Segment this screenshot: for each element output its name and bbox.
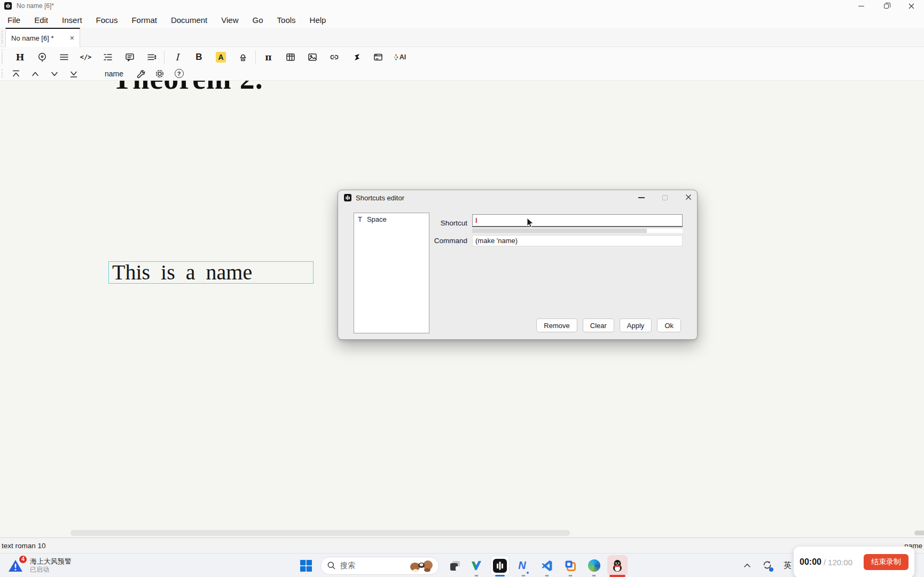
stop-recording-button[interactable]: 结束录制 xyxy=(864,554,909,570)
devtools-icon xyxy=(564,559,577,572)
structure-icon[interactable]: H xyxy=(9,49,31,65)
status-left: text roman 10 xyxy=(2,542,46,550)
menu-insert[interactable]: Insert xyxy=(62,15,82,25)
task-view-icon xyxy=(449,560,461,572)
jump-start-icon[interactable] xyxy=(6,67,26,80)
search-placeholder: 搜索 xyxy=(340,561,355,571)
shortcut-list-item[interactable]: T Space xyxy=(354,213,429,225)
app-logo-icon xyxy=(4,2,12,10)
dialog-minimize-button[interactable] xyxy=(638,197,645,198)
outline-icon[interactable] xyxy=(97,49,119,65)
menu-document[interactable]: Document xyxy=(171,15,207,25)
search-highlight-art xyxy=(408,558,435,574)
menu-help[interactable]: Help xyxy=(310,15,326,25)
texmacs-icon xyxy=(493,559,507,573)
list-style-icon[interactable] xyxy=(140,49,162,65)
settings-icon[interactable] xyxy=(150,67,169,80)
fold-icon[interactable] xyxy=(345,49,367,65)
taskbar-app-vscode[interactable] xyxy=(535,553,559,577)
wrench-icon[interactable] xyxy=(131,67,150,80)
image-icon[interactable] xyxy=(301,49,323,65)
taskbar-app-edge[interactable] xyxy=(582,553,606,577)
next-icon[interactable] xyxy=(45,67,64,80)
taskbar-app-texmacs[interactable] xyxy=(488,553,512,577)
math-icon[interactable]: π xyxy=(257,49,279,65)
shortcut-field-label: Shortcut xyxy=(429,219,467,227)
clear-button[interactable]: Clear xyxy=(583,318,614,332)
window-restore-button[interactable] xyxy=(874,0,899,12)
focused-text[interactable]: This is a name xyxy=(112,262,252,283)
horizontal-scrollbar[interactable] xyxy=(71,530,570,536)
search-icon xyxy=(327,562,335,570)
menu-tools[interactable]: Tools xyxy=(277,15,296,25)
dialog-maximize-button[interactable] xyxy=(662,195,668,200)
screen: No name [6]* File Edit Insert Focus Form… xyxy=(0,0,924,577)
tray-chevron-up-icon[interactable] xyxy=(743,563,751,568)
previous-icon[interactable] xyxy=(26,67,45,80)
help-icon[interactable]: ? xyxy=(169,67,189,80)
tab-close-icon[interactable]: × xyxy=(70,34,74,42)
ai-assistant-icon[interactable]: AI xyxy=(389,49,411,65)
netease-icon: N xyxy=(518,559,526,572)
focused-name-box[interactable]: This is a name xyxy=(108,261,314,284)
weather-title: 海上大风预警 xyxy=(30,557,72,566)
taskbar-search[interactable]: 搜索 xyxy=(320,557,439,575)
bold-icon[interactable]: B xyxy=(188,49,210,65)
task-view-button[interactable] xyxy=(445,560,465,572)
command-input[interactable]: (make 'name) xyxy=(472,235,683,246)
jump-end-icon[interactable] xyxy=(64,67,83,80)
table-icon[interactable] xyxy=(279,49,301,65)
taskbar-app-devtools[interactable] xyxy=(559,553,582,577)
tab-document[interactable]: No name [6] * × xyxy=(5,28,80,47)
weather-badge: 4 xyxy=(19,555,27,564)
apply-button[interactable]: Apply xyxy=(620,318,652,332)
windows-logo-icon xyxy=(300,559,312,572)
menu-file[interactable]: File xyxy=(7,15,20,25)
dialog-close-button[interactable] xyxy=(685,193,692,202)
focus-pin-icon[interactable] xyxy=(31,49,53,65)
shortcuts-editor-dialog: Shortcuts editor T Space Shortcut I Comm… xyxy=(338,190,698,340)
window-title: No name [6]* xyxy=(17,2,54,10)
focus-mode-label: name xyxy=(105,69,123,78)
minimize-icon xyxy=(858,6,864,6)
tab-label: No name [6] * xyxy=(11,34,54,42)
window-close-button[interactable] xyxy=(899,0,924,12)
edge-icon xyxy=(588,559,600,572)
tab-bar: No name [6] * × xyxy=(0,28,924,47)
start-button[interactable] xyxy=(297,559,315,572)
source-code-icon[interactable]: </> xyxy=(75,49,97,65)
ok-button[interactable]: Ok xyxy=(657,318,681,332)
comment-icon[interactable] xyxy=(119,49,140,65)
link-icon[interactable] xyxy=(323,49,345,65)
tray-sync-icon[interactable] xyxy=(762,560,772,572)
clipped-heading[interactable]: Theorem 2. xyxy=(112,81,358,95)
menu-go[interactable]: Go xyxy=(253,15,263,25)
taskbar-weather-widget[interactable]: 4 海上大风预警 已启动 xyxy=(7,553,72,577)
remove-button[interactable]: Remove xyxy=(536,318,577,332)
scrollbar-corner xyxy=(914,531,924,535)
toolbar-separator xyxy=(255,51,256,64)
dialog-title: Shortcuts editor xyxy=(356,194,404,202)
menu-focus[interactable]: Focus xyxy=(96,15,118,25)
taskbar-app-voov[interactable] xyxy=(465,553,488,577)
italic-icon[interactable]: I xyxy=(166,49,188,65)
paragraph-icon[interactable] xyxy=(53,49,75,65)
toolbar-separator xyxy=(164,51,165,64)
menu-edit[interactable]: Edit xyxy=(34,15,48,25)
taskbar-app-qq[interactable] xyxy=(606,553,629,577)
tray-ime-indicator[interactable]: 英 xyxy=(784,560,792,571)
menu-format[interactable]: Format xyxy=(131,15,157,25)
main-toolbar: H </> I B A π AI xyxy=(0,47,924,67)
menu-view[interactable]: View xyxy=(221,15,238,25)
highlight-icon[interactable]: A xyxy=(210,49,232,65)
shortcut-progress-bar xyxy=(472,229,683,233)
window-minimize-button[interactable] xyxy=(849,0,874,12)
ink-icon[interactable] xyxy=(232,49,254,65)
session-icon[interactable] xyxy=(367,49,389,65)
close-icon xyxy=(685,194,692,200)
minimize-icon xyxy=(638,197,645,198)
qq-penguin-icon xyxy=(612,559,623,572)
shortcut-input[interactable]: I xyxy=(472,214,683,227)
shortcuts-list[interactable]: T Space xyxy=(354,213,429,333)
taskbar-app-netease[interactable]: N xyxy=(512,553,535,577)
